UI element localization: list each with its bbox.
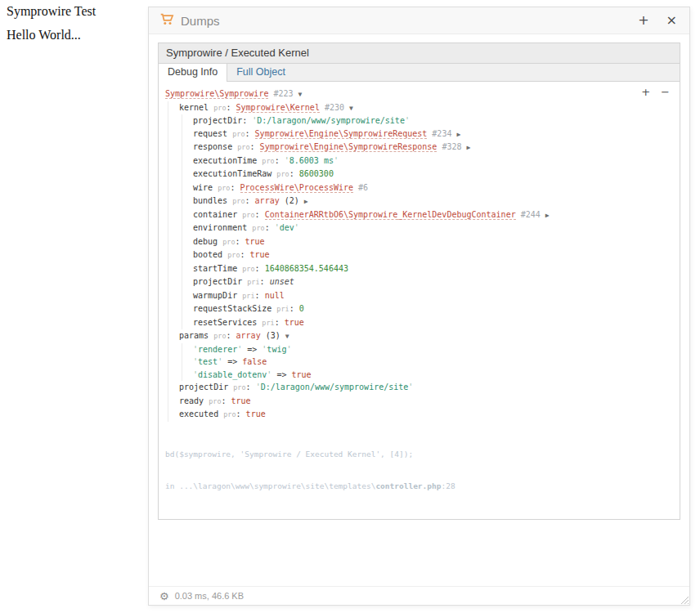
property-name: projectDir: [193, 277, 242, 286]
bool-value: true: [231, 396, 251, 405]
dump-line: container pro: ContainerARRtbO6\Symprowi…: [193, 208, 673, 222]
punctuation: :: [275, 318, 285, 327]
bool-value: true: [250, 250, 270, 259]
dump-line: projectDir pri: unset: [193, 275, 673, 289]
object-hash: #234: [432, 129, 451, 138]
class-name[interactable]: ProcessWire\ProcessWire: [240, 183, 353, 193]
visibility-label: pro: [237, 143, 249, 151]
bool-value: true: [246, 409, 266, 418]
toggle-icon[interactable]: ▶: [304, 198, 308, 205]
collapse-all-button[interactable]: −: [661, 86, 670, 98]
punctuation: :: [275, 156, 285, 165]
object-hash: #328: [442, 142, 461, 151]
object-hash: #223: [273, 89, 293, 98]
visibility-label: pro: [232, 197, 245, 205]
resize-grip-icon[interactable]: [680, 595, 689, 605]
property-name: startTime: [193, 264, 237, 273]
arrow-operator: =>: [222, 357, 242, 366]
punctuation: :: [260, 277, 270, 286]
array-keyword: array: [255, 196, 280, 205]
punctuation: :: [227, 103, 236, 112]
property-name: kernel: [179, 103, 209, 112]
visibility-label: pro: [232, 130, 245, 138]
bool-value: false: [242, 357, 267, 366]
string-value: disable_dotenv: [198, 370, 267, 379]
quote: ': [408, 383, 413, 392]
string-value: D:/laragon/www/symprowire/site: [257, 116, 405, 125]
visibility-label: pro: [213, 104, 226, 112]
string-value: twig: [267, 345, 286, 354]
dump-line: requestStackSize pri: 0: [193, 302, 673, 316]
class-name[interactable]: Symprowire\Kernel: [236, 103, 320, 113]
string-value: D:/laragon/www/symprowire/site: [261, 383, 409, 392]
dump-tabs: Debug Info Full Object: [159, 64, 680, 82]
dump-line: debug pro: true: [193, 235, 673, 249]
toggle-icon[interactable]: ▼: [349, 105, 353, 112]
class-name[interactable]: Symprowire\Engine\SymprowireResponse: [260, 142, 438, 152]
tab-debug-info[interactable]: Debug Info: [159, 64, 227, 82]
property-name: request: [193, 129, 227, 138]
unset-value: unset: [270, 277, 294, 286]
expand-all-button[interactable]: +: [641, 86, 650, 98]
string-value: renderer: [198, 345, 237, 354]
class-name[interactable]: Symprowire\Engine\SymprowireRequest: [255, 129, 428, 139]
dump-line: ready pro: true: [179, 395, 673, 409]
tab-full-object[interactable]: Full Object: [227, 64, 294, 81]
class-name[interactable]: ContainerARRtbO6\Symprowire_KernelDevDeb…: [265, 210, 516, 220]
dump-tree: Symprowire\Symprowire #223 ▼kernel pro: …: [165, 87, 673, 422]
toggle-icon[interactable]: ▶: [456, 131, 460, 138]
number-value: 1640868354.546443: [265, 264, 348, 273]
dump-line: resetServices pri: true: [193, 316, 673, 330]
close-panel-button[interactable]: ×: [666, 14, 677, 27]
dumps-panel: Dumps + × Symprowire / Executed Kernel D…: [148, 7, 690, 606]
punctuation: (2): [285, 196, 299, 205]
file-name: controller.php: [375, 481, 441, 490]
dump-area: + − Symprowire\Symprowire #223 ▼kernel p…: [159, 82, 680, 519]
punctuation: :: [227, 331, 236, 340]
property-name: executed: [179, 409, 218, 418]
panel-title: Dumps: [181, 14, 220, 28]
dump-line: kernel pro: Symprowire\Kernel #230 ▼: [179, 101, 673, 115]
visibility-label: pro: [222, 238, 235, 246]
punctuation: :: [255, 210, 265, 219]
cart-icon: [160, 13, 174, 29]
visibility-label: pro: [218, 184, 230, 192]
gear-icon: ⚙: [159, 591, 169, 602]
page-heading: Symprowire Test: [7, 4, 96, 19]
dump-call-location: bd($symprowire, 'Symprowire / Executed K…: [165, 427, 673, 512]
visibility-label: pro: [252, 224, 264, 232]
status-time-memory: 0.03 ms, 46.6 KB: [175, 591, 244, 601]
string-value: test: [198, 357, 218, 366]
page-background-text: Symprowire Test Hello World...: [7, 4, 96, 43]
property-name: response: [193, 142, 232, 151]
toggle-icon[interactable]: ▶: [467, 144, 471, 151]
dump-line: 'disable_dotenv' => true: [193, 369, 673, 382]
dump-widget: Symprowire / Executed Kernel Debug Info …: [158, 43, 680, 520]
panel-header[interactable]: Dumps + ×: [149, 7, 689, 34]
class-name[interactable]: Symprowire\Symprowire: [165, 89, 268, 99]
property-name: executionTimeRaw: [193, 169, 271, 178]
visibility-label: pri: [242, 292, 254, 300]
expand-panel-button[interactable]: +: [638, 14, 648, 27]
string-value: dev: [280, 223, 294, 232]
punctuation: (3): [266, 331, 280, 340]
punctuation: :: [255, 291, 265, 300]
dump-line: executionTime pro: '8.6003 ms': [193, 154, 673, 168]
punctuation: :: [265, 223, 275, 232]
dump-children: 'renderer' => 'twig''test' => false'disa…: [182, 343, 673, 382]
dump-line: bundles pro: array (2) ▶: [193, 195, 673, 208]
punctuation: :: [230, 183, 240, 192]
dump-controls: + −: [641, 86, 670, 98]
property-name: wire: [193, 183, 213, 192]
visibility-label: pro: [242, 211, 254, 219]
number-value: 0: [299, 304, 304, 313]
punctuation: :: [245, 196, 255, 205]
dump-line: 'renderer' => 'twig': [193, 343, 673, 356]
dump-children: kernel pro: Symprowire\Kernel #230 ▼proj…: [168, 101, 673, 422]
toggle-icon[interactable]: ▼: [285, 333, 289, 340]
panel-status-bar: ⚙ 0.03 ms, 46.6 KB: [149, 586, 689, 605]
toggle-icon[interactable]: ▶: [545, 212, 550, 219]
toggle-icon[interactable]: ▼: [298, 91, 303, 98]
dump-line: projectDir pro: 'D:/laragon/www/symprowi…: [179, 381, 673, 395]
visibility-label: pro: [262, 157, 274, 165]
